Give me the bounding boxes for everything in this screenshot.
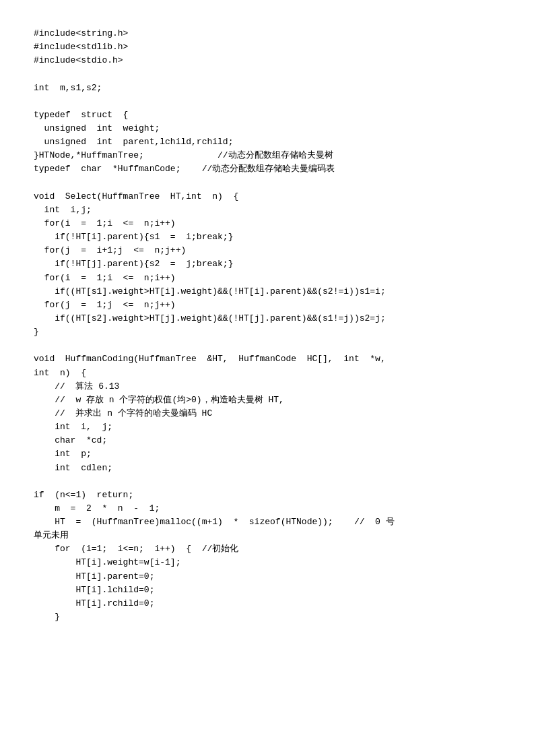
code-content: #include<string.h> #include<stdlib.h> #i… [34, 27, 500, 624]
